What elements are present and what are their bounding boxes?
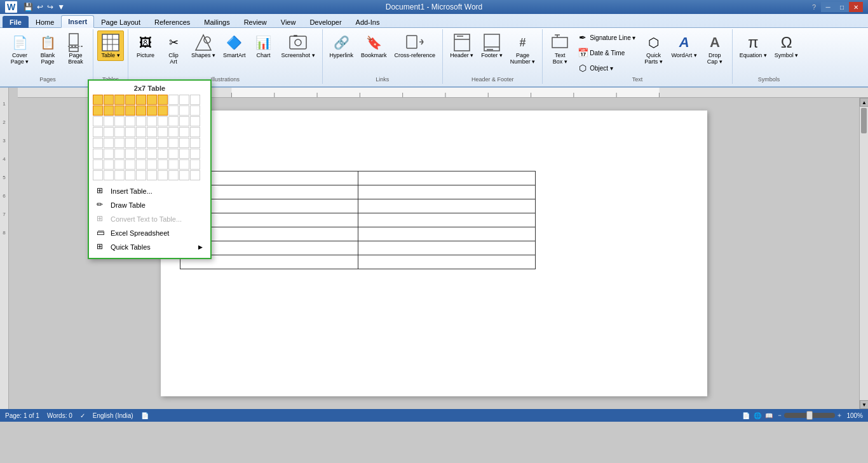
- smartart-btn[interactable]: 🔷 SmartArt: [220, 30, 249, 61]
- maximize-btn[interactable]: □: [835, 2, 849, 12]
- signature-line-btn[interactable]: ✒ Signature Line ▾: [574, 30, 639, 44]
- save-qa-btn[interactable]: 💾: [22, 2, 34, 12]
- grid-cell[interactable]: [158, 149, 168, 159]
- grid-cell[interactable]: [147, 138, 157, 148]
- grid-cell[interactable]: [114, 116, 125, 126]
- footer-btn[interactable]: Footer ▾: [478, 30, 506, 61]
- zoom-out-btn[interactable]: －: [776, 411, 783, 420]
- scroll-up-btn[interactable]: ▲: [860, 98, 868, 107]
- scroll-track[interactable]: [860, 135, 868, 400]
- zoom-thumb[interactable]: [806, 411, 813, 420]
- grid-cell[interactable]: [179, 95, 189, 105]
- grid-cell[interactable]: [147, 170, 157, 180]
- grid-cell[interactable]: [104, 138, 114, 148]
- grid-cell[interactable]: [147, 149, 157, 159]
- zoom-in-btn[interactable]: ＋: [836, 411, 843, 420]
- view-normal-btn[interactable]: 📄: [742, 412, 750, 419]
- grid-cell[interactable]: [93, 116, 103, 126]
- grid-cell[interactable]: [190, 138, 200, 148]
- grid-cell[interactable]: [190, 149, 200, 159]
- grid-cell[interactable]: [125, 170, 135, 180]
- grid-cell[interactable]: [179, 170, 189, 180]
- date-time-btn[interactable]: 📅 Date & Time: [574, 46, 639, 60]
- grid-cell[interactable]: [190, 170, 200, 180]
- customize-qa-btn[interactable]: ▼: [56, 2, 66, 12]
- grid-cell[interactable]: [158, 138, 168, 148]
- grid-cell[interactable]: [136, 116, 146, 126]
- grid-cell[interactable]: [158, 105, 168, 116]
- grid-cell[interactable]: [125, 116, 135, 126]
- grid-cell[interactable]: [190, 116, 200, 126]
- shapes-btn[interactable]: Shapes ▾: [188, 30, 219, 61]
- grid-cell[interactable]: [136, 149, 146, 159]
- grid-cell[interactable]: [104, 116, 114, 126]
- tab-file[interactable]: File: [3, 16, 29, 28]
- object-btn[interactable]: ⬡ Object ▾: [574, 61, 639, 75]
- grid-cell[interactable]: [136, 159, 146, 170]
- grid-cell[interactable]: [114, 127, 125, 137]
- table-btn[interactable]: Table ▾: [97, 30, 124, 61]
- grid-cell[interactable]: [114, 138, 125, 148]
- drop-cap-btn[interactable]: A DropCap ▾: [702, 30, 728, 67]
- blank-page-btn[interactable]: 📋 BlankPage: [34, 30, 61, 67]
- grid-cell[interactable]: [125, 105, 135, 116]
- tab-insert[interactable]: Insert: [61, 15, 94, 28]
- tab-view[interactable]: View: [274, 16, 303, 28]
- grid-cell[interactable]: [136, 138, 146, 148]
- grid-cell[interactable]: [136, 95, 146, 105]
- scroll-thumb[interactable]: [861, 108, 867, 133]
- close-btn[interactable]: ✕: [849, 2, 863, 12]
- grid-cell[interactable]: [168, 127, 179, 137]
- grid-cell[interactable]: [104, 170, 114, 180]
- grid-cell[interactable]: [158, 127, 168, 137]
- grid-cell[interactable]: [168, 116, 179, 126]
- help-btn[interactable]: ?: [812, 3, 816, 11]
- redo-qa-btn[interactable]: ↪: [46, 2, 55, 12]
- tab-add-ins[interactable]: Add-Ins: [349, 16, 387, 28]
- grid-cell[interactable]: [147, 127, 157, 137]
- page-number-btn[interactable]: # PageNumber ▾: [507, 30, 539, 67]
- grid-cell[interactable]: [125, 127, 135, 137]
- grid-cell[interactable]: [114, 95, 125, 105]
- insert-table-menu-item[interactable]: ⊞ Insert Table...: [93, 184, 207, 198]
- grid-cell[interactable]: [168, 138, 179, 148]
- scroll-down-btn[interactable]: ▼: [860, 400, 868, 409]
- zoom-slider[interactable]: [784, 413, 835, 418]
- grid-cell[interactable]: [104, 105, 114, 116]
- grid-cell[interactable]: [114, 149, 125, 159]
- grid-cell[interactable]: [136, 127, 146, 137]
- grid-cell[interactable]: [104, 159, 114, 170]
- grid-cell[interactable]: [168, 159, 179, 170]
- tab-references[interactable]: References: [147, 16, 197, 28]
- table-cell[interactable]: [358, 213, 536, 227]
- grid-cell[interactable]: [136, 170, 146, 180]
- grid-cell[interactable]: [190, 127, 200, 137]
- table-cell[interactable]: [358, 241, 536, 255]
- grid-cell[interactable]: [179, 105, 189, 116]
- tab-review[interactable]: Review: [237, 16, 274, 28]
- grid-cell[interactable]: [158, 159, 168, 170]
- grid-cell[interactable]: [158, 170, 168, 180]
- chart-btn[interactable]: 📊 Chart: [250, 30, 277, 61]
- grid-cell[interactable]: [114, 170, 125, 180]
- grid-cell[interactable]: [147, 159, 157, 170]
- grid-cell[interactable]: [125, 149, 135, 159]
- grid-cell[interactable]: [147, 116, 157, 126]
- header-btn[interactable]: Header ▾: [447, 30, 477, 61]
- grid-cell[interactable]: [93, 127, 103, 137]
- grid-cell[interactable]: [168, 170, 179, 180]
- table-cell[interactable]: [358, 227, 536, 241]
- excel-spreadsheet-menu-item[interactable]: 🗃 Excel Spreadsheet: [93, 226, 207, 240]
- grid-cell[interactable]: [158, 95, 168, 105]
- equation-btn[interactable]: π Equation ▾: [736, 30, 770, 61]
- grid-cell[interactable]: [190, 105, 200, 116]
- grid-cell[interactable]: [114, 105, 125, 116]
- quick-tables-menu-item[interactable]: ⊞ Quick Tables ▶: [93, 240, 207, 254]
- undo-qa-btn[interactable]: ↩: [36, 2, 44, 12]
- grid-cell[interactable]: [104, 95, 114, 105]
- table-cell[interactable]: [358, 255, 536, 269]
- grid-cell[interactable]: [93, 138, 103, 148]
- tab-page-layout[interactable]: Page Layout: [94, 16, 147, 28]
- page-break-btn[interactable]: PageBreak: [62, 30, 89, 67]
- draw-table-menu-item[interactable]: ✏ Draw Table: [93, 198, 207, 212]
